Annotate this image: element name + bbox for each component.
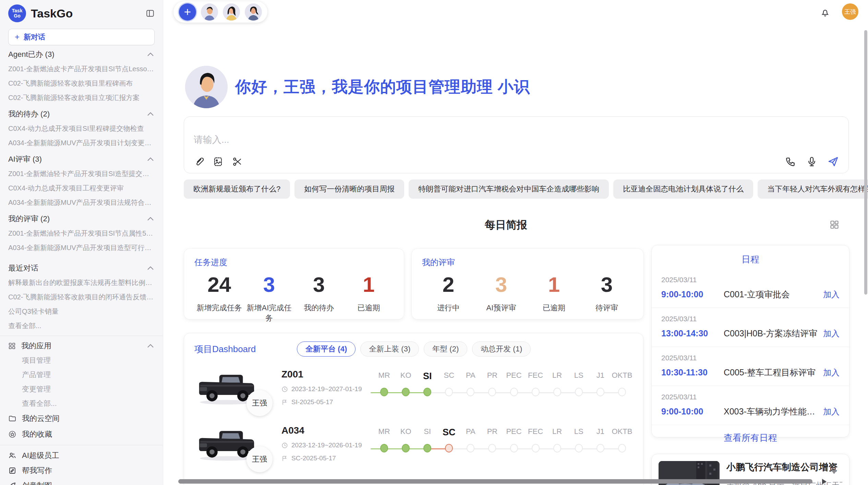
- sidebar-item-help-me-write[interactable]: 帮我写作: [0, 463, 163, 478]
- app-item-product-mgmt[interactable]: 产品管理: [0, 368, 163, 382]
- send-icon[interactable]: [827, 156, 839, 167]
- stat-label: 已逾期: [344, 303, 394, 313]
- favorites-label: 我的收藏: [22, 429, 52, 439]
- schedule-time: 10:30-11:30: [661, 368, 724, 377]
- dashboard-tabs: 全新平台 (4) 全新上装 (3) 年型 (2) 动总开发 (1): [297, 341, 531, 357]
- schedule-event-title: C005-整车工程目标评审: [724, 367, 818, 378]
- milestone-dot: [488, 444, 496, 452]
- view-all-schedule-link[interactable]: 查看所有日程: [652, 425, 849, 451]
- suggestion-chip[interactable]: 特朗普可能对进口汽车增税会对中国车企造成哪些影响: [409, 179, 609, 199]
- microphone-icon[interactable]: [806, 156, 818, 167]
- app-item-project-mgmt[interactable]: 项目管理: [0, 353, 163, 368]
- join-meeting-link[interactable]: 加入: [823, 289, 840, 300]
- scissors-icon[interactable]: [231, 156, 243, 167]
- suggestion-chip[interactable]: 欧洲新规最近颁布了什么?: [184, 179, 290, 199]
- add-agent-button[interactable]: [179, 3, 196, 21]
- recent-chat-item[interactable]: C02-飞腾新能源轻客改款项目的闭环通告反馈情况: [0, 290, 163, 304]
- notification-bell-icon[interactable]: [820, 8, 830, 18]
- horizontal-scrollbar[interactable]: [178, 479, 812, 484]
- chevron-up-icon[interactable]: [147, 52, 154, 57]
- new-chat-button[interactable]: + 新对话: [8, 29, 155, 45]
- tab-new-platform[interactable]: 全新平台 (4): [297, 341, 355, 357]
- sidebar-task-item[interactable]: Z001-全新燃油皮卡产品开发项目SI节点Lesson Learn报告: [0, 62, 163, 76]
- section-header-my-review[interactable]: 我的评审 (2): [0, 212, 163, 226]
- logo-line2: Go: [14, 13, 20, 18]
- chevron-up-icon[interactable]: [147, 344, 154, 348]
- sidebar-task-item[interactable]: C02-飞腾新能源轻客改款项目立项汇报方案: [0, 90, 163, 105]
- apps-grid-icon: [8, 342, 16, 350]
- stat-value: 3: [294, 273, 344, 297]
- milestone-dot: [467, 388, 474, 396]
- milestone-label: OKTB: [611, 427, 633, 438]
- section-header-agent-done[interactable]: Agent已办 (3): [0, 47, 163, 62]
- milestone-label: MR: [373, 371, 395, 382]
- tool-label: 帮我写作: [22, 465, 52, 476]
- milestone-label-current: SC: [438, 427, 460, 438]
- app-item-change-mgmt[interactable]: 变更管理: [0, 382, 163, 396]
- agent-avatar[interactable]: [245, 3, 262, 21]
- section-header-my-todo[interactable]: 我的待办 (2): [0, 107, 163, 121]
- recent-chat-item[interactable]: 解释最新出台的欧盟报废车法规再生塑料比例被调至15%...: [0, 275, 163, 290]
- suggestion-chip[interactable]: 如何写一份清晰的项目周报: [294, 179, 404, 199]
- sidebar-task-item[interactable]: Z001-全新燃油轻卡产品开发项目SI造型提交物评审: [0, 166, 163, 181]
- image-upload-icon[interactable]: [212, 156, 224, 167]
- suggestion-chip[interactable]: 比亚迪全固态电池计划具体说了什么: [613, 179, 753, 199]
- suggestion-chip[interactable]: 当下年轻人对汽车外观有怎样的喜好趋势: [758, 179, 868, 199]
- voice-call-icon[interactable]: [785, 156, 796, 167]
- join-meeting-link[interactable]: 加入: [823, 328, 840, 339]
- section-header-recent-chats[interactable]: 最近对话: [0, 261, 163, 275]
- section-title: 我的待办 (2): [8, 109, 50, 119]
- agent-avatar[interactable]: [201, 3, 218, 21]
- stat-label: 已逾期: [528, 303, 580, 313]
- attachment-icon[interactable]: [193, 156, 205, 167]
- milestone-strip: MR KO SI SC PA PR PEC FEC LR LS J1 OKTB: [373, 371, 633, 397]
- tab-powertrain[interactable]: 动总开发 (1): [472, 341, 531, 357]
- schedule-entry: 2025/03/11 9:00-10:00 C001-立项审批会 加入: [652, 269, 849, 308]
- clock-icon: [281, 442, 288, 449]
- recent-chat-item[interactable]: 公司Q3轻卡销量: [0, 304, 163, 319]
- join-meeting-link[interactable]: 加入: [823, 406, 840, 417]
- chat-input[interactable]: [194, 135, 708, 145]
- chevron-up-icon[interactable]: [147, 217, 154, 221]
- scroll-down-indicator[interactable]: [831, 470, 837, 474]
- section-header-my-apps[interactable]: 我的应用: [0, 339, 163, 353]
- project-row[interactable]: 王强 Z001 2023-12-19~2027-01-19 SI-2025-05…: [194, 368, 633, 407]
- join-meeting-link[interactable]: 加入: [823, 367, 840, 378]
- section-title: AI评审 (3): [8, 154, 42, 164]
- user-avatar[interactable]: 王强: [842, 3, 858, 20]
- sidebar-item-favorites[interactable]: 我的收藏: [0, 426, 163, 442]
- sidebar-task-item[interactable]: C0X4-动力总成开发项目工程变更评审: [0, 181, 163, 195]
- sidebar-task-item[interactable]: Z001-全新燃油轻卡产品开发项目SI节点属性5D文件评审: [0, 226, 163, 240]
- chevron-up-icon[interactable]: [147, 157, 154, 161]
- chevron-up-icon[interactable]: [147, 266, 154, 270]
- sidebar-task-item[interactable]: A034-全新新能源MUV产品开发项目造型可行性评审: [0, 240, 163, 255]
- tab-model-year[interactable]: 年型 (2): [424, 341, 467, 357]
- milestone-label: LS: [568, 427, 590, 438]
- tool-label: AI超级员工: [22, 450, 59, 461]
- section-header-ai-review[interactable]: AI评审 (3): [0, 152, 163, 166]
- milestone-dot: [445, 388, 453, 396]
- sidebar-item-creative-drawing[interactable]: 创意制图: [0, 478, 163, 485]
- tab-new-body[interactable]: 全新上装 (3): [360, 341, 419, 357]
- chevron-up-icon[interactable]: [147, 112, 154, 116]
- scroll-right-arrow[interactable]: [822, 479, 827, 484]
- agent-avatar[interactable]: [223, 3, 240, 21]
- sidebar-task-item[interactable]: C02-飞腾新能源轻客改款项目里程碑画布: [0, 76, 163, 90]
- sidebar-collapse-icon[interactable]: [144, 8, 156, 19]
- feather-pen-icon: [8, 482, 16, 485]
- vertical-scrollbar[interactable]: [864, 30, 867, 295]
- sidebar-item-cloud-space[interactable]: 我的云空间: [0, 411, 163, 426]
- sidebar-task-item[interactable]: C0X4-动力总成开发项目SI里程碑提交物检查: [0, 121, 163, 136]
- sidebar-task-item[interactable]: A034-全新新能源MUV产品开发项目计划变更表编写: [0, 136, 163, 150]
- cloud-space-label: 我的云空间: [22, 413, 60, 424]
- project-row[interactable]: 王强 A034 2023-12-19~2026-01-19 SC-2025-05…: [194, 424, 633, 463]
- milestone-dot: [596, 444, 604, 452]
- sidebar-item-ai-super-staff[interactable]: AI超级员工: [0, 448, 163, 463]
- apps-view-all[interactable]: 查看全部...: [0, 396, 163, 411]
- milestone-dot: [618, 388, 626, 396]
- task-progress-card: 任务进度 24 新增完成任务 3 新增AI完成任务 3 我的待办 1 已逾期: [184, 248, 404, 320]
- sidebar-task-item[interactable]: A034-全新新能源MUV产品开发项目法规符合性评审: [0, 195, 163, 210]
- milestone-label: FEC: [525, 371, 546, 382]
- layout-grid-icon[interactable]: [830, 220, 839, 229]
- recent-view-all[interactable]: 查看全部...: [0, 319, 163, 333]
